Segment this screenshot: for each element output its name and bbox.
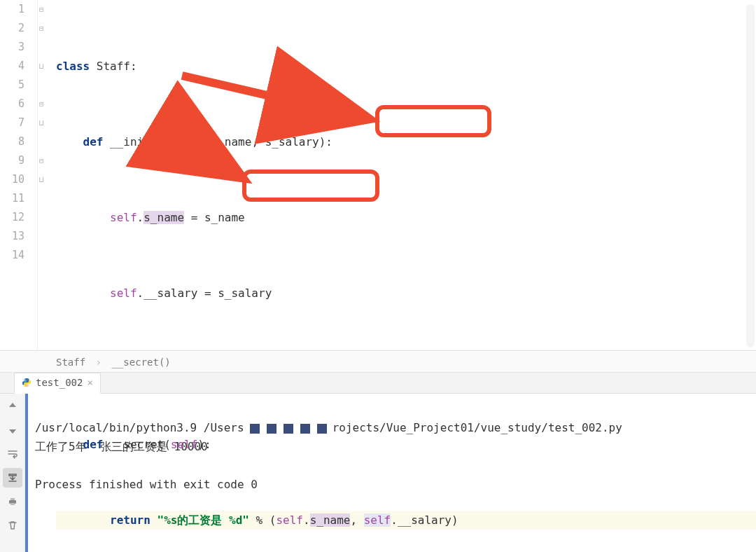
code-line[interactable]: self.__salary = s_salary [56, 284, 756, 303]
self-ref: self [364, 513, 391, 527]
attr-salary: __salary [144, 287, 197, 300]
trash-icon[interactable] [3, 516, 22, 535]
keyword-def: def [83, 438, 104, 451]
keyword-class: class [56, 60, 90, 73]
code-editor[interactable]: 1 2 3 4 5 6 7 8 9 10 11 12 13 14 ⊟ ⊟ ⊔ ⊟… [0, 0, 756, 350]
attr-salary: __salary [398, 513, 451, 527]
op-fmt: % ( [249, 513, 276, 527]
print-icon[interactable] [3, 492, 22, 511]
self-ref: self [110, 211, 137, 224]
keyword-return: return [110, 513, 150, 527]
fold-toggle-icon[interactable]: ⊟ [39, 19, 44, 38]
line-number[interactable]: 2 [0, 19, 24, 38]
code-line[interactable]: def __init__(self, s_name, s_salary): [56, 132, 756, 151]
fold-column[interactable]: ⊟ ⊟ ⊔ ⊟ ⊔ ⊟ ⊔ [38, 0, 50, 350]
self-param: self [171, 135, 198, 149]
attr-s_name: s_name [144, 211, 184, 224]
editor-scrollbar[interactable] [746, 4, 755, 347]
line-number[interactable]: 11 [0, 189, 24, 208]
rhs: s_salary [218, 287, 272, 300]
code-line-active[interactable]: return "%s的工资是 %d" % (self.s_name, self.… [56, 511, 756, 530]
up-arrow-icon[interactable] [3, 396, 22, 416]
line-number[interactable]: 13 [0, 227, 24, 246]
rhs: s_name [204, 211, 245, 224]
keyword-def: def [83, 135, 104, 149]
svg-rect-6 [10, 503, 15, 505]
line-number[interactable]: 6 [0, 95, 24, 113]
down-arrow-icon[interactable] [3, 420, 22, 440]
self-ref: self [276, 513, 303, 527]
attr-s_name: s_name [310, 513, 351, 527]
code-line[interactable]: def __secret(self): [56, 435, 756, 454]
op-eq: = [197, 287, 218, 300]
line-number[interactable]: 7 [0, 113, 24, 132]
line-number[interactable]: 8 [0, 132, 24, 151]
svg-point-3 [28, 385, 29, 386]
punct: ) [451, 513, 458, 527]
fold-end-icon: ⊔ [39, 170, 44, 189]
fold-end-icon: ⊔ [39, 57, 44, 76]
python-icon [22, 378, 31, 387]
self-param: self [171, 438, 198, 451]
string-literal: "%s的工资是 %d" [158, 513, 249, 527]
line-number[interactable]: 14 [0, 246, 24, 265]
run-toolbar [0, 394, 25, 552]
class-name: Staff [97, 60, 130, 73]
line-number-gutter[interactable]: 1 2 3 4 5 6 7 8 9 10 11 12 13 14 [0, 0, 38, 350]
soft-wrap-icon[interactable] [3, 444, 22, 464]
fold-toggle-icon[interactable]: ⊟ [39, 0, 44, 19]
code-line[interactable]: self.s_name = s_name [56, 208, 756, 227]
code-content[interactable]: class Staff: def __init__(self, s_name, … [50, 0, 756, 350]
fold-toggle-icon[interactable]: ⊟ [39, 151, 44, 170]
line-number[interactable]: 3 [0, 38, 24, 57]
punct: , [350, 513, 363, 527]
punct: : [130, 60, 137, 73]
self-ref: self [110, 287, 137, 300]
svg-rect-5 [10, 498, 15, 500]
line-number[interactable]: 9 [0, 151, 24, 170]
svg-point-2 [24, 379, 25, 380]
line-number[interactable]: 5 [0, 76, 24, 95]
fold-end-icon: ⊔ [39, 113, 44, 132]
op-eq: = [184, 211, 204, 224]
line-number[interactable]: 4 [0, 57, 24, 76]
line-number[interactable]: 1 [0, 0, 24, 19]
scroll-to-end-icon[interactable] [3, 468, 22, 488]
line-number[interactable]: 12 [0, 208, 24, 227]
line-number[interactable]: 10 [0, 170, 24, 189]
code-line[interactable]: class Staff: [56, 57, 756, 76]
fold-toggle-icon[interactable]: ⊟ [39, 95, 44, 113]
code-line[interactable] [56, 359, 756, 378]
